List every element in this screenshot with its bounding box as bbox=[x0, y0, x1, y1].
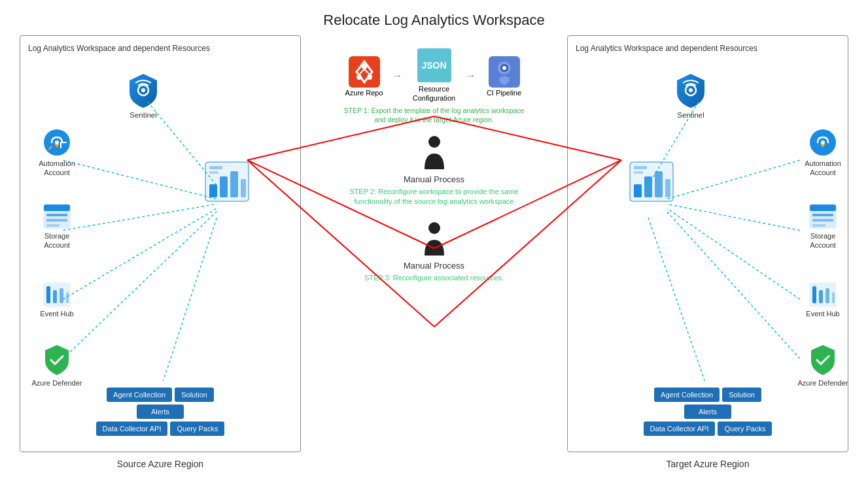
svg-rect-6 bbox=[44, 205, 70, 211]
right-region-label: Target Azure Region bbox=[567, 459, 848, 469]
left-alerts-box: Alerts bbox=[137, 405, 184, 419]
pipeline-arrow-1: → bbox=[392, 70, 403, 82]
svg-point-41 bbox=[689, 88, 693, 92]
manual-process-2-label: Manual Process bbox=[404, 261, 464, 271]
left-workspace-box: Log Analytics Workspace and dependent Re… bbox=[20, 35, 301, 452]
right-azure-defender: Azure Defender bbox=[797, 344, 849, 388]
right-alerts-box: Alerts bbox=[684, 405, 731, 419]
left-automation-account: Automation Account bbox=[31, 128, 83, 178]
resource-config-icon: JSON Resource Configuration bbox=[408, 48, 460, 103]
right-automation-account: Automation Account bbox=[797, 128, 849, 178]
left-azure-defender: Azure Defender bbox=[31, 344, 83, 388]
svg-rect-20 bbox=[209, 166, 222, 169]
right-workspace-header: Log Analytics Workspace and dependent Re… bbox=[573, 42, 842, 54]
right-query-packs-box: Query Packs bbox=[718, 422, 772, 436]
svg-rect-52 bbox=[819, 290, 823, 303]
left-data-collector-box: Data Collector API bbox=[96, 422, 168, 436]
manual-process-1-label: Manual Process bbox=[404, 174, 464, 184]
right-data-boxes: Agent Collection Solution Alerts Data Co… bbox=[576, 388, 839, 438]
left-region-label: Source Azure Region bbox=[20, 459, 301, 469]
svg-line-26 bbox=[63, 212, 217, 359]
svg-line-67 bbox=[648, 218, 704, 380]
right-sentinel: Sentinel bbox=[668, 73, 714, 119]
svg-rect-21 bbox=[209, 171, 218, 174]
svg-line-64 bbox=[667, 204, 800, 230]
svg-point-37 bbox=[502, 66, 506, 70]
pipeline-arrow-2: → bbox=[466, 70, 476, 82]
page-title: Relocate Log Analytics Workspace bbox=[0, 0, 868, 35]
left-solution-box: Solution bbox=[175, 388, 214, 402]
svg-rect-11 bbox=[46, 286, 50, 303]
svg-rect-59 bbox=[665, 179, 670, 197]
left-log-analytics bbox=[201, 161, 253, 205]
svg-rect-60 bbox=[634, 166, 647, 169]
svg-point-30 bbox=[356, 74, 362, 80]
svg-line-66 bbox=[667, 212, 800, 359]
ci-pipeline-icon: CI Pipeline bbox=[481, 55, 527, 97]
svg-rect-58 bbox=[655, 171, 663, 197]
svg-point-4 bbox=[55, 141, 59, 144]
svg-rect-47 bbox=[812, 214, 833, 216]
svg-rect-61 bbox=[634, 171, 643, 174]
svg-point-29 bbox=[362, 64, 367, 69]
left-agent-collection-box: Agent Collection bbox=[107, 388, 172, 402]
svg-line-25 bbox=[63, 208, 217, 299]
left-storage-account: Storage Account bbox=[31, 203, 83, 250]
svg-rect-12 bbox=[53, 290, 57, 303]
azure-repo-icon: Azure Repo bbox=[341, 55, 387, 97]
svg-point-1 bbox=[141, 88, 145, 92]
manual-process-1-icon bbox=[419, 135, 449, 173]
svg-line-24 bbox=[63, 204, 217, 230]
svg-line-63 bbox=[667, 160, 800, 199]
right-solution-box: Solution bbox=[722, 388, 761, 402]
svg-point-39 bbox=[428, 222, 440, 234]
right-workspace-box: Log Analytics Workspace and dependent Re… bbox=[567, 35, 848, 452]
svg-rect-51 bbox=[812, 286, 816, 303]
left-data-boxes: Agent Collection Solution Alerts Data Co… bbox=[29, 388, 292, 438]
right-log-analytics bbox=[625, 161, 678, 205]
svg-line-27 bbox=[164, 218, 217, 380]
svg-rect-7 bbox=[46, 214, 67, 216]
svg-rect-53 bbox=[825, 288, 829, 303]
svg-rect-56 bbox=[634, 184, 642, 197]
svg-line-23 bbox=[63, 160, 217, 199]
svg-rect-54 bbox=[832, 292, 835, 303]
svg-rect-46 bbox=[810, 205, 836, 211]
middle-section: Azure Repo → JSON Resource Configuration… bbox=[310, 35, 559, 292]
svg-rect-9 bbox=[46, 224, 60, 227]
right-storage-account: Storage Account bbox=[797, 203, 849, 250]
step1-text: STEP 1: Export the template of the log a… bbox=[343, 106, 526, 125]
svg-rect-16 bbox=[209, 184, 217, 197]
svg-line-65 bbox=[667, 208, 800, 299]
svg-rect-18 bbox=[230, 171, 238, 197]
svg-rect-17 bbox=[220, 176, 228, 197]
svg-rect-19 bbox=[241, 179, 246, 197]
right-data-collector-box: Data Collector API bbox=[644, 422, 716, 436]
svg-rect-13 bbox=[60, 288, 63, 303]
svg-rect-8 bbox=[46, 219, 67, 222]
svg-point-31 bbox=[367, 74, 372, 80]
left-workspace-header: Log Analytics Workspace and dependent Re… bbox=[26, 42, 295, 54]
svg-point-44 bbox=[821, 141, 825, 144]
svg-point-38 bbox=[428, 136, 440, 148]
step3-text: STEP 3: Reconfigure associated resources… bbox=[364, 273, 504, 283]
svg-rect-57 bbox=[644, 176, 652, 197]
manual-process-2-icon bbox=[419, 222, 449, 259]
svg-rect-49 bbox=[812, 224, 825, 227]
svg-rect-48 bbox=[812, 219, 833, 222]
step2-text: STEP 2: Reconfigure workspace to provide… bbox=[343, 187, 526, 207]
right-agent-collection-box: Agent Collection bbox=[654, 388, 720, 402]
left-sentinel: Sentinel bbox=[120, 73, 166, 119]
right-event-hub: Event Hub bbox=[797, 282, 849, 318]
left-query-packs-box: Query Packs bbox=[170, 422, 224, 436]
svg-rect-14 bbox=[66, 292, 69, 303]
left-event-hub: Event Hub bbox=[31, 282, 83, 318]
